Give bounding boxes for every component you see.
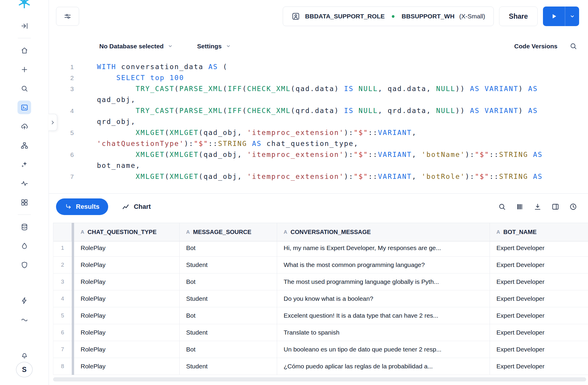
cloud-upload-icon[interactable] [17,120,31,133]
table-scrollbar[interactable] [72,240,74,257]
table-cell[interactable]: Do you know what is a boolean? [277,290,490,307]
row-number[interactable]: 7 [53,341,72,358]
column-header-message_source[interactable]: AMESSAGE_SOURCE [180,223,277,241]
run-options-button[interactable] [565,7,579,26]
bolt-icon[interactable] [17,294,31,307]
worksheet-settings-button[interactable] [56,7,79,26]
table-cell[interactable]: Student [180,257,277,273]
table-cell[interactable]: Student [180,358,277,375]
worksheets-icon[interactable] [17,101,31,114]
hierarchy-icon[interactable] [17,139,31,152]
table-scrollbar[interactable] [72,324,74,341]
code-line[interactable]: 6 XMLGET(XMLGET(qad_obj, 'itemproc_exten… [49,149,588,171]
dashboard-icon[interactable] [17,195,31,209]
run-button[interactable] [543,7,565,26]
column-header-chat_question_type[interactable]: ACHAT_QUESTION_TYPE [74,223,180,241]
tab-results[interactable]: Results [56,198,108,215]
table-cell[interactable]: RolePlay [74,358,180,375]
table-cell[interactable]: Bot [180,341,277,358]
table-cell[interactable]: Expert Developer [490,307,588,324]
table-cell[interactable]: Student [180,324,277,341]
table-cell[interactable]: RolePlay [74,273,180,290]
snowflake-logo-icon[interactable] [17,0,31,4]
tilde-icon[interactable] [17,313,31,326]
column-header-bot_name[interactable]: ABOT_NAME [490,223,588,241]
table-cell[interactable]: Bot [180,307,277,324]
activity-icon[interactable] [17,176,31,190]
table-cell[interactable]: RolePlay [74,324,180,341]
role-warehouse-selector[interactable]: BBDATA_SUPPORT_ROLE BBSUPPORT_WH (X-Smal… [283,7,494,26]
table-cell[interactable]: Bot [180,273,277,290]
database-icon[interactable] [17,220,31,234]
bell-icon[interactable] [17,348,31,362]
sql-editor[interactable]: 1WITH conversation_data AS (2 SELECT top… [49,61,588,193]
table-scrollbar[interactable] [72,257,74,273]
row-number[interactable]: 8 [53,358,72,375]
table-cell[interactable]: Translate to spanish [277,324,490,341]
table-scrollbar[interactable] [72,307,74,324]
row-number[interactable]: 2 [53,257,72,273]
table-cell[interactable]: Student [180,290,277,307]
collapse-sidebar-icon[interactable] [17,19,31,33]
table-cell[interactable]: Expert Developer [490,324,588,341]
search-icon[interactable] [498,203,506,211]
table-cell[interactable]: Expert Developer [490,358,588,375]
table-cell[interactable]: Un booleano es un tipo de dato que puede… [277,341,490,358]
shield-icon[interactable] [17,258,31,272]
table-cell[interactable]: Excelent question! It is a data type tha… [277,307,490,324]
columns-icon[interactable] [516,203,524,211]
search-icon[interactable] [17,82,31,95]
table-cell[interactable]: RolePlay [74,307,180,324]
search-icon[interactable] [569,42,577,50]
code-line[interactable]: 1WITH conversation_data AS ( [49,61,588,72]
line-number: 1 [49,61,74,72]
table-cell[interactable]: Expert Developer [490,257,588,273]
row-number[interactable]: 3 [53,273,72,290]
table-cell[interactable]: Hi, my name is Expert Developer, My resp… [277,240,490,257]
settings-dropdown[interactable]: Settings [197,43,231,50]
table-cell[interactable]: RolePlay [74,290,180,307]
history-icon[interactable] [569,203,577,211]
sparkles-icon[interactable] [17,158,31,171]
table-cell[interactable]: Expert Developer [490,290,588,307]
table-scrollbar[interactable] [72,290,74,307]
table-cell[interactable]: RolePlay [74,240,180,257]
code-line[interactable]: 7 XMLGET(XMLGET(qad_obj, 'itemproc_exten… [49,171,588,182]
row-number[interactable]: 5 [53,307,72,324]
horizontal-scrollbar[interactable] [53,377,586,381]
download-icon[interactable] [533,203,542,211]
table-cell[interactable]: RolePlay [74,257,180,273]
table-scrollbar[interactable] [72,341,74,358]
table-cell[interactable]: Expert Developer [490,341,588,358]
share-button[interactable]: Share [499,7,538,26]
user-avatar[interactable]: S [16,362,33,377]
code-line[interactable]: 2 SELECT top 100 [49,72,588,83]
plus-icon[interactable] [17,63,31,76]
database-selector[interactable]: No Database selected [99,43,173,50]
code-versions-link[interactable]: Code Versions [514,43,557,50]
tab-chart[interactable]: Chart [122,203,151,211]
code-line[interactable]: 5 XMLGET(XMLGET(qad_obj, 'itemproc_exten… [49,127,588,149]
code-line[interactable]: 3 TRY_CAST(PARSE_XML(IFF(CHECK_XML(qad.d… [49,83,588,105]
table-scrollbar[interactable] [72,358,74,375]
table-cell[interactable]: RolePlay [74,341,180,358]
table-cell[interactable]: Bot [180,240,277,257]
droplet-icon[interactable] [17,239,31,253]
table-cell[interactable]: What is the most common programming lang… [277,257,490,273]
table-cell[interactable]: ¿Cómo puedo aplicar las reglas de la pro… [277,358,490,375]
column-header-conversation_message[interactable]: ACONVERSATION_MESSAGE [277,223,490,241]
row-number[interactable]: 6 [53,324,72,341]
code-line[interactable]: 4 TRY_CAST(PARSE_XML(IFF(CHECK_XML(qrd.d… [49,105,588,127]
row-number[interactable]: 1 [53,240,72,257]
row-number[interactable]: 4 [53,290,72,307]
table-cell[interactable]: The most used programming language globa… [277,273,490,290]
column-header-label: CONVERSATION_MESSAGE [290,229,371,236]
home-icon[interactable] [17,44,31,57]
table-scrollbar[interactable] [72,273,74,290]
table-cell[interactable]: Expert Developer [490,273,588,290]
settings-label: Settings [197,43,222,50]
table-cell[interactable]: Expert Developer [490,240,588,257]
expand-panel-button[interactable] [49,114,57,131]
table-scrollbar[interactable] [72,223,74,240]
split-panel-icon[interactable] [551,203,560,211]
